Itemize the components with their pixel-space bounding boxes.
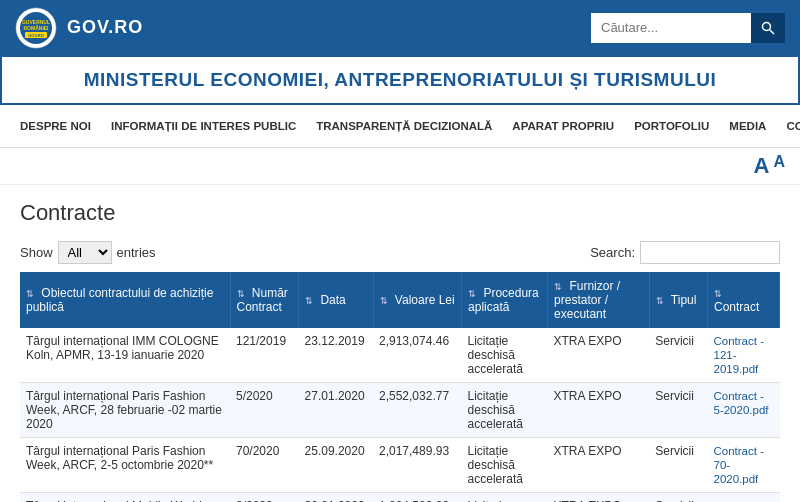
cell-procedura-0: Licitație deschisă accelerată	[462, 328, 548, 383]
cell-tipul-3: Servicii	[649, 493, 707, 503]
page-heading: Contracte	[20, 200, 780, 226]
nav-media[interactable]: MEDIA	[719, 108, 776, 144]
cell-data-2: 25.09.2020	[299, 438, 373, 493]
cell-data-1: 27.01.2020	[299, 383, 373, 438]
main-content: Contracte Show All 10 25 50 100 entries …	[0, 185, 800, 502]
cell-obiect-2: Târgul internațional Paris Fashion Week,…	[20, 438, 230, 493]
font-size-bar: A A	[0, 148, 800, 185]
cell-numar-0: 121/2019	[230, 328, 299, 383]
entries-select[interactable]: All 10 25 50 100	[58, 241, 112, 264]
sort-arrows-furnizor: ⇅	[554, 282, 562, 292]
search-area	[591, 13, 785, 43]
sort-arrows-procedura: ⇅	[468, 289, 476, 299]
contracts-table: ⇅ Obiectul contractului de achiziție pub…	[20, 272, 780, 502]
sort-arrows-valoare: ⇅	[380, 296, 388, 306]
cell-contract-1[interactable]: Contract - 5-2020.pdf	[708, 383, 780, 438]
nav-despre-noi[interactable]: DESPRE NOI	[10, 108, 101, 144]
contract-link-1[interactable]: Contract - 5-2020.pdf	[714, 390, 769, 416]
th-obiect[interactable]: ⇅ Obiectul contractului de achiziție pub…	[20, 272, 230, 328]
sort-arrows-contract: ⇅	[714, 289, 722, 299]
th-numar[interactable]: ⇅ Număr Contract	[230, 272, 299, 328]
table-row: Târgul internațional Paris Fashion Week,…	[20, 383, 780, 438]
th-contract[interactable]: ⇅ Contract	[708, 272, 780, 328]
sort-arrows-numar: ⇅	[237, 289, 245, 299]
cell-tipul-1: Servicii	[649, 383, 707, 438]
cell-furnizor-3: XTRA EXPO	[548, 493, 650, 503]
ministry-title: MINISTERUL ECONOMIEI, ANTREPRENORIATULUI…	[84, 69, 717, 90]
sort-arrows-obiect: ⇅	[26, 289, 34, 299]
table-row: Târgul internațional IMM COLOGNE Koln, A…	[20, 328, 780, 383]
cell-numar-3: 8/2020	[230, 493, 299, 503]
cell-furnizor-1: XTRA EXPO	[548, 383, 650, 438]
th-data[interactable]: ⇅ Data	[299, 272, 373, 328]
cell-valoare-1: 2,552,032.77	[373, 383, 462, 438]
svg-text:ROMÂNIEI: ROMÂNIEI	[24, 25, 50, 31]
font-small-button[interactable]: A	[773, 153, 785, 179]
nav-informatii[interactable]: INFORMAȚII DE INTERES PUBLIC	[101, 108, 306, 144]
contract-link-0[interactable]: Contract - 121-2019.pdf	[714, 335, 765, 375]
svg-text:GOV.RO: GOV.RO	[28, 33, 44, 38]
logo-area: GUVERNUL ROMÂNIEI GOV.RO GOV.RO	[15, 7, 143, 49]
table-row: Târgul internațional Mobile World Congre…	[20, 493, 780, 503]
th-procedura[interactable]: ⇅ Procedura aplicată	[462, 272, 548, 328]
cell-data-3: 29.01.2020	[299, 493, 373, 503]
cell-numar-2: 70/2020	[230, 438, 299, 493]
cell-obiect-1: Târgul internațional Paris Fashion Week,…	[20, 383, 230, 438]
cell-furnizor-0: XTRA EXPO	[548, 328, 650, 383]
nav-portofoliu[interactable]: PORTOFOLIU	[624, 108, 719, 144]
cell-furnizor-2: XTRA EXPO	[548, 438, 650, 493]
cell-valoare-0: 2,913,074.46	[373, 328, 462, 383]
show-entries-area: Show All 10 25 50 100 entries	[20, 241, 156, 264]
contract-link-2[interactable]: Contract - 70-2020.pdf	[714, 445, 765, 485]
gov-logo: GUVERNUL ROMÂNIEI GOV.RO	[15, 7, 57, 49]
nav-transparenta[interactable]: TRANSPARENȚĂ DECIZIONALĂ	[306, 108, 502, 144]
th-valoare[interactable]: ⇅ Valoare Lei	[373, 272, 462, 328]
nav-contact[interactable]: CONTACT	[776, 108, 800, 144]
search-input[interactable]	[591, 13, 751, 43]
th-furnizor[interactable]: ⇅ Furnizor / prestator / executant	[548, 272, 650, 328]
cell-obiect-0: Târgul internațional IMM COLOGNE Koln, A…	[20, 328, 230, 383]
show-label: Show	[20, 245, 53, 260]
top-bar: GUVERNUL ROMÂNIEI GOV.RO GOV.RO	[0, 0, 800, 55]
cell-valoare-3: 1,804,592.03	[373, 493, 462, 503]
entries-label: entries	[117, 245, 156, 260]
cell-contract-2[interactable]: Contract - 70-2020.pdf	[708, 438, 780, 493]
table-search-area: Search:	[590, 241, 780, 264]
cell-tipul-2: Servicii	[649, 438, 707, 493]
cell-tipul-0: Servicii	[649, 328, 707, 383]
search-icon	[761, 21, 775, 35]
ministry-banner: MINISTERUL ECONOMIEI, ANTREPRENORIATULUI…	[0, 55, 800, 105]
table-controls: Show All 10 25 50 100 entries Search:	[20, 241, 780, 264]
cell-contract-0[interactable]: Contract - 121-2019.pdf	[708, 328, 780, 383]
table-search-input[interactable]	[640, 241, 780, 264]
cell-procedura-2: Licitație deschisă accelerată	[462, 438, 548, 493]
sort-arrows-tipul: ⇅	[656, 296, 664, 306]
cell-valoare-2: 2,017,489.93	[373, 438, 462, 493]
navigation: DESPRE NOI INFORMAȚII DE INTERES PUBLIC …	[0, 105, 800, 148]
font-large-button[interactable]: A	[754, 153, 770, 179]
gov-title: GOV.RO	[67, 17, 143, 38]
search-button[interactable]	[751, 13, 785, 43]
sort-arrows-data: ⇅	[305, 296, 313, 306]
th-tipul[interactable]: ⇅ Tipul	[649, 272, 707, 328]
cell-procedura-1: Licitație deschisă accelerată	[462, 383, 548, 438]
cell-data-0: 23.12.2019	[299, 328, 373, 383]
cell-numar-1: 5/2020	[230, 383, 299, 438]
cell-contract-3[interactable]: Contract - 8-2020.pdf	[708, 493, 780, 503]
nav-aparat[interactable]: APARAT PROPRIU	[502, 108, 624, 144]
cell-obiect-3: Târgul internațional Mobile World Congre…	[20, 493, 230, 503]
svg-line-7	[770, 29, 775, 34]
cell-procedura-3: Licitație deschisă accelerată	[462, 493, 548, 503]
table-row: Târgul internațional Paris Fashion Week,…	[20, 438, 780, 493]
table-search-label: Search:	[590, 245, 635, 260]
svg-point-6	[763, 22, 771, 30]
